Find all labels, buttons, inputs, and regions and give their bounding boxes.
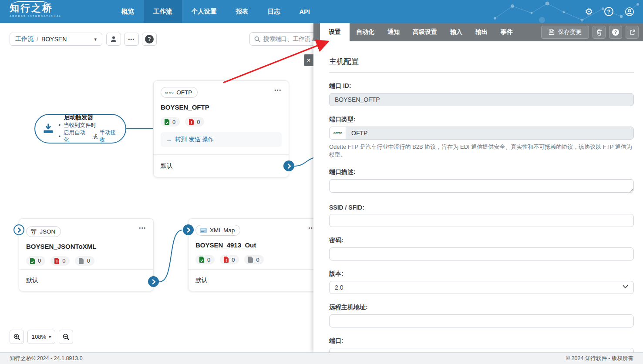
- nav-item-logs[interactable]: 日志: [258, 0, 290, 23]
- workflow-canvas[interactable]: 工作流 / BOYSEN ▾ ••• ?: [0, 23, 331, 352]
- xmlmap-type-pill[interactable]: XML Map: [195, 225, 240, 236]
- save-changes-button[interactable]: 保存变更: [541, 26, 589, 39]
- chevron-right-icon: [287, 164, 291, 169]
- xmlmap-node-card[interactable]: XML Map ••• BOYSEN_4913_Out 0: [188, 218, 323, 291]
- tab-settings[interactable]: 设置: [320, 23, 350, 41]
- workspace-more-button[interactable]: •••: [124, 33, 139, 46]
- oftp-output-port[interactable]: [283, 160, 294, 171]
- nav-item-reports[interactable]: 报表: [226, 0, 258, 23]
- json-input-port[interactable]: [13, 224, 24, 235]
- nav-item-workflows[interactable]: 工作流: [144, 0, 182, 23]
- start-trigger-node[interactable]: 启动触发器 • 当收到文件时 • 启用自动化 或 手动接收: [34, 114, 126, 144]
- port-description-group: 端口描述:: [329, 168, 634, 194]
- json-output-port[interactable]: [148, 276, 159, 287]
- zoom-out-button[interactable]: [59, 330, 73, 344]
- tab-events[interactable]: 事件: [494, 23, 519, 41]
- nav-item-api[interactable]: API: [290, 0, 320, 23]
- oftp-logo-icon: OFTP2: [165, 91, 173, 94]
- oftp-type-pill[interactable]: OFTP2 OFTP: [161, 87, 198, 98]
- success-files-badge[interactable]: 0: [195, 255, 215, 264]
- tab-output[interactable]: 输出: [469, 23, 494, 41]
- save-icon: [549, 29, 555, 35]
- workflow-selector[interactable]: 工作流 / BOYSEN ▾: [10, 33, 102, 46]
- xmlmap-input-port[interactable]: [183, 224, 194, 235]
- port-number-input[interactable]: [329, 348, 634, 352]
- node-menu-icon[interactable]: •••: [139, 226, 146, 230]
- error-files-badge[interactable]: 0: [50, 256, 70, 266]
- breadcrumb-current: BOYSEN: [41, 36, 67, 43]
- breadcrumb-separator: /: [37, 36, 38, 43]
- error-doc-icon: [223, 256, 229, 263]
- json-logo-icon: JSON {}: [30, 229, 37, 234]
- panel-body: 主机配置 端口 ID: 端口类型: OFTP2 OFTP Odette FTP …: [313, 41, 643, 352]
- json-type-pill[interactable]: JSON {} JSON: [26, 226, 61, 237]
- app-logo[interactable]: 知行之桥 ARCESB INTERNATIONAL: [10, 3, 75, 23]
- nav-item-profile[interactable]: 个人设置: [182, 0, 226, 23]
- person-icon: [110, 36, 117, 43]
- password-label: 密码:: [329, 237, 634, 244]
- ssid-sfid-group: SSID / SFID:: [329, 204, 634, 227]
- zoom-in-icon: [13, 334, 20, 341]
- tab-notifications[interactable]: 通知: [381, 23, 406, 41]
- panel-help-button[interactable]: ?: [609, 26, 622, 39]
- pending-doc-icon: [78, 257, 84, 264]
- go-to-send-action-link[interactable]: → 转到 发送 操作: [161, 132, 282, 147]
- error-files-badge[interactable]: 0: [185, 117, 204, 127]
- ssid-sfid-label: SSID / SFID:: [329, 204, 634, 211]
- ssid-sfid-input[interactable]: [329, 214, 634, 227]
- status-bar: 知行之桥® 2024 - 24.1.8913.0 © 2024 知行软件 - 版…: [0, 352, 643, 364]
- error-doc-icon: [54, 257, 60, 264]
- port-number-label: 端口:: [329, 337, 634, 345]
- help-icon[interactable]: ?: [604, 7, 613, 16]
- port-number-group: 端口:: [329, 337, 634, 352]
- copyright-text: © 2024 知行软件 - 版权所有: [566, 353, 633, 364]
- manual-receive-link[interactable]: 手动接收: [99, 129, 121, 144]
- close-icon: ×: [307, 57, 310, 63]
- nav-item-overview[interactable]: 概览: [112, 0, 144, 23]
- node-footer: 默认: [154, 154, 289, 177]
- json-node-card[interactable]: JSON {} JSON ••• BOYSEN_JSONToXML 0: [19, 218, 154, 291]
- tab-automation[interactable]: 自动化: [350, 23, 381, 41]
- success-files-badge[interactable]: 0: [161, 117, 180, 127]
- oftp-node-card[interactable]: OFTP2 OFTP ••• BOYSEN_OFTP 0: [153, 80, 289, 177]
- version-text: 知行之桥® 2024 - 24.1.8913.0: [10, 353, 83, 364]
- node-menu-icon[interactable]: •••: [274, 88, 282, 93]
- enable-automation-link[interactable]: 启用自动化: [64, 129, 91, 144]
- workspace-help-button[interactable]: ?: [142, 33, 157, 46]
- success-files-badge[interactable]: 0: [26, 256, 45, 266]
- version-label: 版本:: [329, 270, 634, 278]
- port-id-label: 端口 ID:: [329, 82, 634, 90]
- pending-files-badge[interactable]: 0: [75, 256, 94, 266]
- remote-host-label: 远程主机地址:: [329, 304, 634, 311]
- delete-port-button[interactable]: [593, 26, 606, 39]
- trigger-title: 启动触发器: [64, 114, 121, 121]
- zoom-level-dropdown[interactable]: 108% ▾: [27, 330, 55, 344]
- pending-files-badge[interactable]: 0: [244, 255, 263, 264]
- zoom-in-button[interactable]: [10, 330, 24, 344]
- open-in-new-button[interactable]: [626, 26, 639, 39]
- search-input[interactable]: [263, 36, 314, 42]
- port-description-textarea[interactable]: [329, 179, 634, 193]
- success-doc-icon: [164, 118, 170, 125]
- version-select[interactable]: 2.0: [329, 281, 634, 294]
- tab-advanced[interactable]: 高级设置: [406, 23, 444, 41]
- account-icon[interactable]: [625, 7, 634, 17]
- password-group: 密码:: [329, 237, 634, 260]
- remote-host-input[interactable]: [329, 314, 634, 327]
- bullet-icon: •: [59, 122, 61, 129]
- panel-tab-bar: 设置 自动化 通知 高级设置 输入 输出 事件 保存变更: [313, 23, 643, 41]
- port-id-input[interactable]: [329, 93, 634, 106]
- close-panel-button[interactable]: ×: [304, 54, 313, 66]
- password-input[interactable]: [329, 247, 634, 260]
- chevron-down-icon: ▾: [49, 334, 51, 339]
- node-title: BOYSEN_OFTP: [161, 104, 282, 111]
- remote-host-group: 远程主机地址:: [329, 304, 634, 327]
- settings-gear-icon[interactable]: ⚙: [585, 7, 593, 16]
- port-type-description: Odette FTP 是汽车行业中流行的 B2B 协议，旨在为 EDI 通信提供…: [329, 143, 634, 159]
- error-files-badge[interactable]: 0: [220, 255, 239, 264]
- workspace-user-button[interactable]: [106, 33, 121, 46]
- tab-input[interactable]: 输入: [444, 23, 469, 41]
- oftp-logo-icon: OFTP2: [333, 132, 342, 134]
- trash-icon: [596, 29, 602, 36]
- top-navbar: 知行之桥 ARCESB INTERNATIONAL 概览 工作流 个人设置 报表…: [0, 0, 643, 23]
